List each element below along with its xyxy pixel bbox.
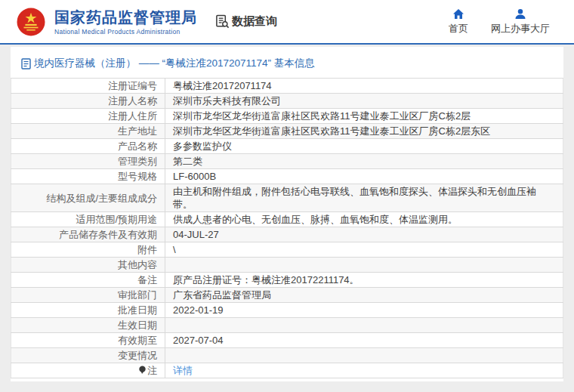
row-value: 多参数监护仪 [165, 139, 563, 154]
info-table-body: 注册证编号 粤械注准20172071174 注册人名称 深圳市乐夫科技有限公司 … [11, 79, 563, 378]
row-value: 深圳市乐夫科技有限公司 [165, 94, 563, 109]
table-row: 备注 原产品注册证号：粤械注准20172211174。 [11, 273, 563, 288]
row-label: 批准日期 [11, 303, 165, 318]
home-icon [452, 8, 464, 20]
row-label: 型号规格 [11, 169, 165, 184]
row-label: 适用范围/预期用途 [11, 212, 165, 227]
row-value: 广东省药品监督管理局 [165, 288, 563, 303]
row-value: LF-6000B [165, 169, 563, 184]
brand-block: 国家药品监督管理局 National Medical Products Admi… [54, 8, 197, 35]
top-nav: 首页 网上办事大厅 [449, 8, 574, 35]
row-label: 附件 [11, 242, 165, 258]
row-label: 结构及组成/主要组成成分 [11, 184, 165, 212]
nav-item-label: 网上办事大厅 [491, 22, 550, 35]
row-value: 2027-07-04 [165, 333, 563, 348]
national-emblem-logo[interactable] [17, 8, 45, 36]
row-label: 注册人名称 [11, 94, 165, 109]
table-row: 适用范围/预期用途 供成人患者的心电、无创血压、脉搏、血氧饱和度、体温监测用。 [11, 212, 563, 227]
content-card: 境内医疗器械（注册） —— “粤械注准20172071174” 基本信息 注册证… [11, 47, 563, 381]
table-row: 审批部门 广东省药品监督管理局 [11, 288, 563, 303]
data-search-icon [215, 14, 230, 29]
row-value: 供成人患者的心电、无创血压、脉搏、血氧饱和度、体温监测用。 [165, 212, 563, 227]
data-query-nav[interactable]: 数据查询 [215, 14, 277, 29]
row-value: \ [165, 242, 563, 258]
row-label: 生效日期 [11, 318, 165, 333]
row-value: 原产品注册证号：粤械注准20172211174。 [165, 273, 563, 288]
table-row: 变更情况 [11, 348, 563, 363]
table-row: 管理类别 第二类 [11, 154, 563, 169]
document-icon [21, 58, 31, 69]
table-row: 批准日期 2022-01-19 [11, 303, 563, 318]
table-row: 注册证编号 粤械注准20172071174 [11, 79, 563, 94]
row-label: 有效期至 [11, 333, 165, 348]
table-row: 产品名称 多参数监护仪 [11, 139, 563, 154]
table-row: 注 详情 [11, 363, 563, 378]
row-value: 2022-01-19 [165, 303, 563, 318]
note-icon [138, 366, 147, 375]
row-value: 深圳市龙华区龙华街道富康社区民欢路11号建业泰工业区厂房C栋2层 [165, 109, 563, 124]
data-query-label: 数据查询 [232, 14, 277, 29]
site-header: 国家药品监督管理局 National Medical Products Admi… [0, 0, 574, 43]
row-label: 注册证编号 [11, 79, 165, 94]
nav-item-online-hall[interactable]: 网上办事大厅 [491, 8, 550, 35]
row-label: 注册人住所 [11, 109, 165, 124]
row-label: 其他内容 [11, 258, 165, 273]
breadcrumb-text: 境内医疗器械（注册） —— “粤械注准20172071174” 基本信息 [34, 57, 315, 70]
row-label: 产品名称 [11, 139, 165, 154]
row-label: 产品储存条件及有效期 [11, 227, 165, 242]
table-row: 有效期至 2027-07-04 [11, 333, 563, 348]
row-value: 深圳市龙华区龙华街道富康社区民欢路11号建业泰工业区厂房C栋2层东区 [165, 124, 563, 139]
row-value: 详情 [165, 363, 563, 378]
table-row: 结构及组成/主要组成成分 由主机和附件组成，附件包括心电导联线、血氧饱和度探头、… [11, 184, 563, 212]
row-label: 管理类别 [11, 154, 165, 169]
table-row: 型号规格 LF-6000B [11, 169, 563, 184]
table-row: 生产地址 深圳市龙华区龙华街道富康社区民欢路11号建业泰工业区厂房C栋2层东区 [11, 124, 563, 139]
row-label: 审批部门 [11, 288, 165, 303]
row-value: 第二类 [165, 154, 563, 169]
breadcrumb: 境内医疗器械（注册） —— “粤械注准20172071174” 基本信息 [11, 47, 563, 78]
table-row: 注册人住所 深圳市龙华区龙华街道富康社区民欢路11号建业泰工业区厂房C栋2层 [11, 109, 563, 124]
table-row: 其他内容 [11, 258, 563, 273]
row-label: 备注 [11, 273, 165, 288]
row-label: 生产地址 [11, 124, 165, 139]
row-value [165, 348, 563, 363]
registration-info-table: 注册证编号 粤械注准20172071174 注册人名称 深圳市乐夫科技有限公司 … [11, 78, 563, 378]
row-value [165, 318, 563, 333]
table-row: 注册人名称 深圳市乐夫科技有限公司 [11, 94, 563, 109]
row-value [165, 258, 563, 273]
table-row: 附件 \ [11, 242, 563, 258]
emblem-icon [17, 8, 45, 36]
nav-item-label: 首页 [449, 22, 468, 35]
person-icon [514, 8, 526, 20]
row-value: 由主机和附件组成，附件包括心电导联线、血氧饱和度探头、体温探头和无创血压袖带。 [165, 184, 563, 212]
row-label: 变更情况 [11, 348, 165, 363]
nav-item-home[interactable]: 首页 [449, 8, 468, 35]
page-body: 境内医疗器械（注册） —— “粤械注准20172071174” 基本信息 注册证… [0, 45, 574, 381]
row-label: 注 [11, 363, 165, 378]
site-subtitle: National Medical Products Administration [54, 28, 197, 35]
site-title: 国家药品监督管理局 [54, 8, 197, 26]
table-row: 产品储存条件及有效期 04-JUL-27 [11, 227, 563, 242]
row-value: 粤械注准20172071174 [165, 79, 563, 94]
detail-link[interactable]: 详情 [173, 365, 193, 376]
table-row: 生效日期 [11, 318, 563, 333]
row-value: 04-JUL-27 [165, 227, 563, 242]
